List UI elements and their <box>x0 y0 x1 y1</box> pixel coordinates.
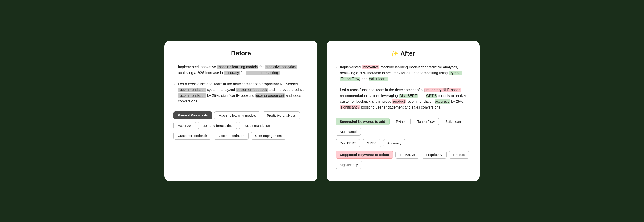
kw-del-significantly: Significantly <box>336 161 362 169</box>
kw-gpt3: GPT-3 <box>426 94 437 98</box>
kw-tag-acc: Accuracy <box>174 122 196 130</box>
kw-product: product <box>392 99 406 103</box>
kw-tag-ml: Machine learning models <box>214 112 260 119</box>
kw-sklearn: scikit-learn. <box>368 77 388 81</box>
add-keywords-label: Suggested Keywords to add <box>336 118 390 126</box>
kw-accuracy-1: accuracy <box>224 71 240 75</box>
kw-tag-cf: Customer feedback <box>174 132 211 140</box>
kw-add-distil: DistilBERT <box>336 139 360 147</box>
kw-add-python: Python <box>392 118 411 126</box>
kw-ml-models: machine learning models <box>217 65 258 69</box>
after-bullet-2: Led a cross-functional team in the devel… <box>336 87 470 110</box>
kw-del-innovative: Innovative <box>395 151 419 159</box>
kw-tag-pred: Predictive analytics <box>262 112 300 119</box>
add-keywords-row-2: DistilBERT GPT-3 Accuracy <box>336 139 470 147</box>
kw-distilbert: DistilBERT <box>399 94 418 98</box>
after-title: ✨ After <box>336 50 470 57</box>
kw-tensorflow: TensorFlow, <box>340 77 360 81</box>
add-section: Suggested Keywords to add Python TensorF… <box>336 118 470 147</box>
kw-user-engagement: user engagement <box>256 93 285 98</box>
kw-add-tensorflow: TensorFlow <box>413 118 439 126</box>
main-container: Before Implemented innovative machine le… <box>164 41 480 181</box>
after-panel: ✨ After Implemented innovative machine l… <box>326 41 480 181</box>
kw-add-gpt: GPT-3 <box>362 139 381 147</box>
kw-recommendation-2: recommendation <box>178 93 206 98</box>
before-title: Before <box>174 50 308 57</box>
delete-section: Suggested Keywords to delete Innovative … <box>336 151 470 169</box>
kw-customer-feedback: customer feedback <box>236 87 268 92</box>
kw-tag-rec1: Recommendation <box>239 122 274 130</box>
after-bullets: Implemented innovative machine learning … <box>336 64 470 110</box>
delete-keywords-label: Suggested Keywords to delete <box>336 151 393 159</box>
kw-del-product: Product <box>449 151 469 159</box>
kw-recommendation-1: recommendation <box>178 87 206 92</box>
delete-keywords-row: Suggested Keywords to delete Innovative … <box>336 151 470 169</box>
before-bullets: Implemented innovative machine learning … <box>174 64 308 104</box>
kw-significantly: significantly <box>340 105 360 109</box>
before-keywords-section: Present Key words Machine learning model… <box>174 112 308 140</box>
present-keywords-label: Present Key words <box>174 112 212 119</box>
kw-accuracy-after: accuracy <box>434 99 450 103</box>
sparkle-icon: ✨ <box>391 50 400 57</box>
kw-add-sklearn: Scikit-learn <box>441 118 466 126</box>
add-keywords-row: Suggested Keywords to add Python TensorF… <box>336 118 470 136</box>
kw-del-proprietary: Proprietary <box>422 151 447 159</box>
kw-proprietary: proprietary NLP-based <box>424 88 461 92</box>
kw-add-acc: Accuracy <box>383 139 406 147</box>
kw-predictive: predictive analytics, <box>264 65 298 69</box>
after-bullet-1: Implemented innovative machine learning … <box>336 64 470 82</box>
before-panel: Before Implemented innovative machine le… <box>164 41 318 181</box>
kw-tag-demand: Demand forecasting <box>198 122 237 130</box>
kw-tag-rec2: Recommendation <box>214 132 249 140</box>
kw-demand: demand forecasting. <box>246 71 280 75</box>
before-bullet-2: Led a cross-functional team in the devel… <box>174 81 308 104</box>
before-bullet-1: Implemented innovative machine learning … <box>174 64 308 76</box>
kw-add-nlp: NLP-based <box>336 128 361 136</box>
kw-tag-ue: User engagement <box>251 132 286 140</box>
kw-innovative: innovative <box>362 65 380 69</box>
kw-python: Python, <box>449 71 462 75</box>
